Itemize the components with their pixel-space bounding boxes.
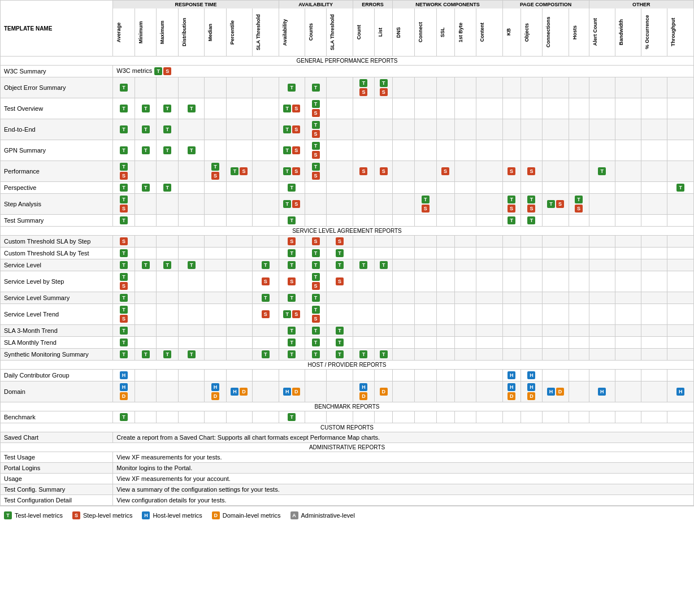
data-cell xyxy=(454,248,476,259)
row-name[interactable]: Benchmark xyxy=(1,411,113,423)
data-cell xyxy=(454,119,476,140)
table-row[interactable]: Custom Threshold SLA by StepSSSS xyxy=(1,236,694,248)
table-row[interactable]: PerformanceTSTSTSTSTSSSSSST xyxy=(1,161,694,182)
data-cell xyxy=(353,271,375,292)
data-cell xyxy=(436,98,454,119)
badge-t: T xyxy=(312,306,320,314)
row-name[interactable]: Service Level xyxy=(1,259,113,271)
row-name[interactable]: Service Level Summary xyxy=(1,292,113,304)
badge-s: S xyxy=(292,200,300,208)
data-cell: H xyxy=(589,381,615,402)
table-row[interactable]: Saved ChartCreate a report from a Saved … xyxy=(1,432,694,443)
table-row[interactable]: Service Level TrendTSSTSTS xyxy=(1,304,694,325)
table-row[interactable]: SLA 3-Month TrendTTTT xyxy=(1,325,694,337)
table-row[interactable]: SLA Monthly TrendTTTT xyxy=(1,337,694,349)
table-row[interactable]: End-to-EndTTTTSTS xyxy=(1,119,694,140)
data-cell: T xyxy=(135,259,157,271)
table-row[interactable]: Service LevelTTTTTTTTTT xyxy=(1,259,694,271)
data-cell: T xyxy=(135,182,157,194)
data-cell xyxy=(205,259,227,271)
table-row[interactable]: Object Error SummaryTTTTSTS xyxy=(1,77,694,98)
data-cell: T xyxy=(667,182,694,194)
table-row[interactable]: Test UsageView XF measurements for your … xyxy=(1,452,694,463)
table-row[interactable]: PerspectiveTTTTT xyxy=(1,182,694,194)
data-cell xyxy=(502,411,520,423)
data-cell xyxy=(375,325,393,337)
table-row[interactable]: BenchmarkTT xyxy=(1,411,694,423)
data-cell xyxy=(393,161,415,182)
table-row[interactable]: Daily Contributor GroupHHH xyxy=(1,370,694,381)
data-cell xyxy=(205,248,227,259)
table-row[interactable]: Portal LoginsMonitor logins to the Porta… xyxy=(1,463,694,474)
row-name[interactable]: Test Summary xyxy=(1,215,113,227)
data-cell xyxy=(502,119,520,140)
row-name[interactable]: Test Configuration Detail xyxy=(1,495,113,506)
badge-s: S xyxy=(292,167,300,175)
data-cell xyxy=(135,248,157,259)
table-row[interactable]: Test Configuration DetailView configurat… xyxy=(1,495,694,506)
table-row[interactable]: Test Config. SummaryView a summary of th… xyxy=(1,484,694,495)
data-cell xyxy=(205,325,227,337)
table-row[interactable]: Step AnalysisTSTSTSTSTSTSTS xyxy=(1,194,694,215)
badge-s: S xyxy=(292,310,300,318)
row-name[interactable]: Step Analysis xyxy=(1,194,113,215)
table-row[interactable]: W3C SummaryW3C metrics TS xyxy=(1,66,694,77)
row-name[interactable]: Custom Threshold SLA by Test xyxy=(1,248,113,259)
table-row[interactable]: Custom Threshold SLA by TestTTTT xyxy=(1,248,694,259)
table-row[interactable]: Service Level SummaryTTTT xyxy=(1,292,694,304)
table-row[interactable]: UsageView XF measurements for your accou… xyxy=(1,474,694,484)
data-cell xyxy=(226,140,252,161)
row-name[interactable]: Service Level by Step xyxy=(1,271,113,292)
data-cell xyxy=(502,248,520,259)
badge-s: S xyxy=(163,67,171,75)
data-cell xyxy=(157,337,179,349)
row-name[interactable]: End-to-End xyxy=(1,119,113,140)
data-cell: T xyxy=(135,98,157,119)
row-name[interactable]: Saved Chart xyxy=(1,432,113,443)
data-cell xyxy=(135,381,157,402)
table-row[interactable]: Test SummaryTTTT xyxy=(1,215,694,227)
data-cell xyxy=(436,337,454,349)
table-row[interactable]: Service Level by StepTSSSTSS xyxy=(1,271,694,292)
data-cell xyxy=(615,119,641,140)
table-row[interactable]: DomainHDHDHDHDHDDHDHDHDHH xyxy=(1,381,694,402)
row-name[interactable]: Test Overview xyxy=(1,98,113,119)
row-name[interactable]: Synthetic Monitoring Summary xyxy=(1,349,113,361)
badge-s: S xyxy=(380,88,388,96)
data-cell xyxy=(205,182,227,194)
row-name[interactable]: Object Error Summary xyxy=(1,77,113,98)
row-name[interactable]: W3C Summary xyxy=(1,66,113,77)
data-cell xyxy=(205,292,227,304)
data-cell xyxy=(454,259,476,271)
data-cell: H xyxy=(502,370,520,381)
row-name[interactable]: Usage xyxy=(1,474,113,484)
row-name[interactable]: Daily Contributor Group xyxy=(1,370,113,381)
section-label: GENERAL PERFORMANCE REPORTS xyxy=(1,57,694,66)
data-cell xyxy=(253,381,279,402)
badge-t: T xyxy=(163,261,171,269)
data-cell xyxy=(353,325,375,337)
table-row[interactable]: Synthetic Monitoring SummaryTTTTTTTTTT xyxy=(1,349,694,361)
data-cell xyxy=(279,370,305,381)
table-row[interactable]: GPN SummaryTTTTTSTS xyxy=(1,140,694,161)
row-name[interactable]: Domain xyxy=(1,381,113,402)
row-name[interactable]: Test Usage xyxy=(1,452,113,463)
badge-t: T xyxy=(312,249,320,257)
row-name[interactable]: Perspective xyxy=(1,182,113,194)
row-name[interactable]: Portal Logins xyxy=(1,463,113,474)
legend-label: Step-level metrics xyxy=(83,512,132,519)
row-name[interactable]: GPN Summary xyxy=(1,140,113,161)
data-cell xyxy=(476,161,502,182)
data-cell: T xyxy=(279,259,305,271)
data-cell: T xyxy=(157,259,179,271)
data-cell xyxy=(476,370,502,381)
table-row[interactable]: Test OverviewTTTTTSTS xyxy=(1,98,694,119)
row-name[interactable]: SLA 3-Month Trend xyxy=(1,325,113,337)
row-name[interactable]: Test Config. Summary xyxy=(1,484,113,495)
row-name[interactable]: SLA Monthly Trend xyxy=(1,337,113,349)
row-name[interactable]: Service Level Trend xyxy=(1,304,113,325)
data-cell xyxy=(641,248,667,259)
row-name[interactable]: Performance xyxy=(1,161,113,182)
badge-t: T xyxy=(288,350,296,358)
row-name[interactable]: Custom Threshold SLA by Step xyxy=(1,236,113,248)
